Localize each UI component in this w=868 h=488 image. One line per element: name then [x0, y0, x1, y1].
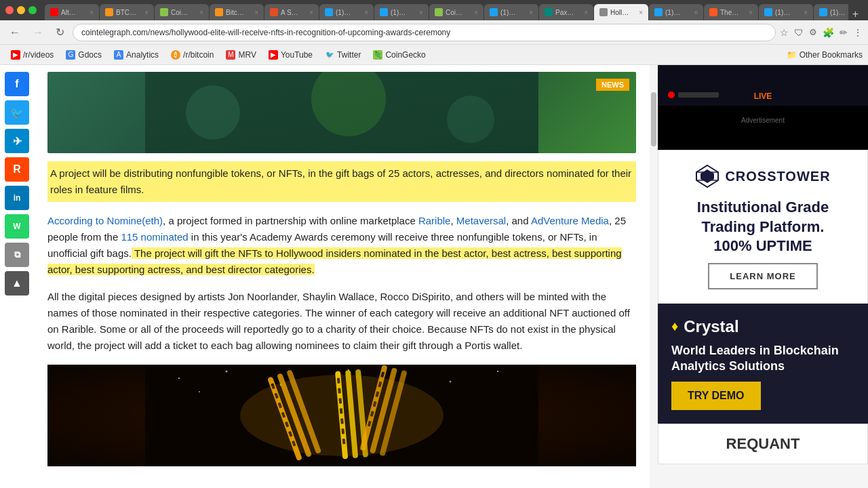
browser-tab[interactable]: (1)… × — [319, 4, 374, 20]
browser-tab[interactable]: Coi… × — [429, 4, 484, 20]
svg-text:Advertisement: Advertisement — [741, 117, 785, 124]
tab-close-icon[interactable]: × — [639, 9, 643, 16]
bookmark-bitcoin[interactable]: ₿ /r/bitcoin — [165, 49, 219, 61]
github-icon[interactable]: ⚙ — [809, 27, 817, 37]
tab-favicon — [215, 8, 223, 16]
article-content: NEWS A project will be distributing nonf… — [34, 65, 650, 488]
browser-tab[interactable]: Alt… × — [45, 4, 99, 20]
tab-title: Bitc… — [226, 9, 252, 16]
bookmark-gdocs[interactable]: G Gdocs — [60, 49, 107, 61]
svg-point-43 — [240, 375, 443, 456]
whatsapp-icon: W — [13, 222, 20, 231]
linkedin-share-button[interactable]: in — [5, 186, 29, 210]
bookmark-analytics[interactable]: A Analytics — [108, 49, 164, 61]
tab-close-icon[interactable]: × — [254, 9, 258, 16]
crosstower-learn-button[interactable]: LEARN MORE — [708, 263, 817, 289]
back-button[interactable]: ← — [5, 25, 24, 40]
browser-tab[interactable]: Pax… × — [539, 4, 593, 20]
tab-favicon — [709, 8, 717, 16]
facebook-share-button[interactable]: f — [5, 72, 29, 96]
top-ad-banner[interactable]: LIVE Advertisement — [658, 65, 868, 150]
bookmark-label: /r/videos — [23, 50, 54, 60]
tab-favicon — [819, 8, 827, 16]
reload-button[interactable]: ↻ — [52, 24, 68, 40]
video-icon: ▶ — [11, 50, 20, 60]
youtube-icon: ▶ — [269, 50, 278, 60]
film-reel-svg — [47, 365, 636, 466]
tab-close-icon[interactable]: × — [749, 9, 753, 16]
forward-button[interactable]: → — [28, 25, 47, 40]
menu-icon[interactable]: ⋮ — [853, 27, 863, 38]
shield-icon[interactable]: 🛡 — [794, 27, 804, 38]
close-button[interactable] — [5, 6, 14, 14]
tab-close-icon[interactable]: × — [199, 9, 203, 16]
browser-tab[interactable]: A S… × — [264, 4, 319, 20]
copy-link-button[interactable]: ⧉ — [5, 243, 29, 267]
url-bar[interactable]: cointelegraph.com/news/hollywood-elite-w… — [73, 24, 776, 41]
bookmark-twitter[interactable]: 🐦 Twitter — [319, 49, 366, 61]
telegram-icon: ✈ — [13, 135, 22, 148]
minimize-button[interactable] — [17, 6, 25, 14]
svg-point-12 — [199, 391, 200, 392]
telegram-share-button[interactable]: ✈ — [5, 129, 29, 153]
bookmark-icon[interactable]: ☆ — [780, 27, 789, 38]
browser-tab[interactable]: BTC… × — [100, 4, 154, 20]
bookmark-coingecko[interactable]: 🦎 CoinGecko — [368, 49, 431, 61]
maximize-button[interactable] — [28, 6, 37, 14]
browser-tab[interactable]: Bitc… × — [210, 4, 264, 20]
tab-close-icon[interactable]: × — [474, 9, 478, 16]
browser-tab[interactable]: Coi… × — [155, 4, 209, 20]
adventure-link[interactable]: AdVenture Media — [531, 215, 609, 226]
tab-close-icon[interactable]: × — [309, 9, 313, 16]
second-para-text1: , a project formed in partnership with o… — [163, 215, 418, 226]
second-paragraph: According to Nomine(eth), a project form… — [47, 213, 636, 278]
tab-close-icon[interactable]: × — [584, 9, 588, 16]
scroll-up-button[interactable]: ▲ — [5, 271, 29, 296]
tab-title: Coi… — [171, 9, 197, 16]
whatsapp-share-button[interactable]: W — [5, 214, 29, 239]
metaversal-link[interactable]: Metaversal — [456, 215, 506, 226]
article-bottom-image — [47, 365, 636, 466]
tab-close-icon[interactable]: × — [694, 9, 698, 16]
tab-title: Holl… — [610, 9, 636, 16]
nomine-link[interactable]: According to Nomine(eth) — [47, 215, 163, 226]
bookmark-mrv[interactable]: M MRV — [220, 49, 261, 61]
115-link[interactable]: 115 nominated — [121, 231, 188, 243]
scrollbar-thumb[interactable] — [651, 92, 656, 146]
pen-icon[interactable]: ✏ — [840, 27, 848, 38]
scrollbar[interactable] — [650, 65, 658, 488]
analytics-icon: A — [114, 50, 123, 60]
tab-close-icon[interactable]: × — [144, 9, 149, 16]
crystal-demo-button[interactable]: TRY DEMO — [671, 382, 761, 410]
browser-chrome: Alt… × BTC… × Coi… × Bitc… × A S… × (1)…… — [0, 0, 868, 20]
new-tab-button[interactable]: + — [848, 8, 863, 20]
tab-title: A S… — [281, 9, 307, 16]
browser-tab[interactable]: (1)… × — [759, 4, 813, 20]
bookmark-videos[interactable]: ▶ /r/videos — [5, 49, 59, 61]
twitter-share-button[interactable]: 🐦 — [5, 100, 29, 125]
browser-tab[interactable]: Holl… × — [594, 4, 648, 20]
tab-close-icon[interactable]: × — [804, 9, 808, 16]
browser-tab[interactable]: The… × — [704, 4, 758, 20]
svg-point-10 — [450, 381, 452, 383]
bookmark-youtube[interactable]: ▶ YouTube — [263, 49, 318, 61]
tab-favicon — [325, 8, 333, 16]
tab-close-icon[interactable]: × — [364, 9, 368, 16]
browser-tab[interactable]: (1)… × — [374, 4, 429, 20]
tab-title: Coi… — [446, 9, 471, 16]
news-badge: NEWS — [596, 79, 629, 91]
tab-close-icon[interactable]: × — [419, 9, 423, 16]
browser-tab[interactable]: (1)… × — [814, 4, 848, 20]
browser-tab[interactable]: (1)… × — [649, 4, 703, 20]
browser-tab[interactable]: (1)… × — [484, 4, 538, 20]
crystal-diamond-icon: ♦ — [671, 319, 678, 334]
other-bookmarks[interactable]: 📁 Other Bookmarks — [787, 50, 863, 60]
reddit-share-button[interactable]: R — [5, 157, 29, 182]
tab-close-icon[interactable]: × — [529, 9, 533, 16]
requant-ad: REQUANT — [658, 424, 868, 464]
tab-favicon — [435, 8, 443, 16]
extensions-icon[interactable]: 🧩 — [823, 27, 834, 38]
tab-close-icon[interactable]: × — [90, 9, 94, 16]
rarible-link[interactable]: Rarible — [418, 215, 451, 226]
tab-favicon — [764, 8, 772, 16]
